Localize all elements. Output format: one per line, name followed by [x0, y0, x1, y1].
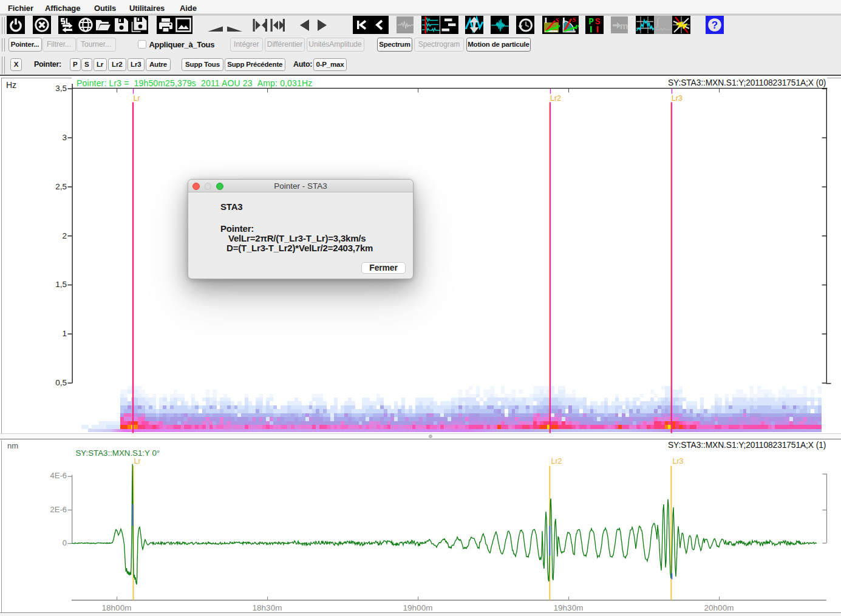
svg-text:m: m [620, 21, 628, 31]
svg-text:P: P [556, 23, 560, 30]
svg-text:P: P [575, 23, 579, 30]
svg-text:S: S [595, 17, 600, 27]
svg-text:?: ? [711, 19, 717, 31]
svg-text:S: S [573, 16, 576, 23]
svg-text:P: P [589, 17, 594, 27]
